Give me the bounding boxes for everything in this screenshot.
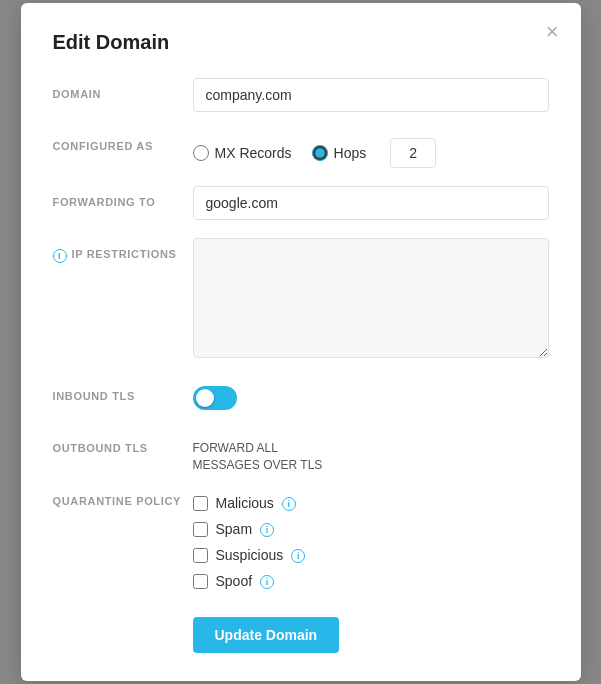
ip-restrictions-textarea[interactable] <box>193 238 549 358</box>
quarantine-policy-control: Malicious i Spam i Suspicious i Spoof i <box>193 491 549 589</box>
outbound-tls-line1: FORWARD ALL <box>193 441 278 455</box>
quarantine-malicious-info-icon[interactable]: i <box>282 497 296 511</box>
inbound-tls-toggle[interactable] <box>193 386 237 410</box>
domain-row: DOMAIN <box>53 78 549 112</box>
close-button[interactable]: × <box>546 21 559 43</box>
outbound-tls-row: OUTBOUND TLS FORWARD ALL MESSAGES OVER T… <box>53 432 549 474</box>
inbound-tls-label: INBOUND TLS <box>53 380 193 402</box>
outbound-tls-description: FORWARD ALL MESSAGES OVER TLS <box>193 432 549 474</box>
forwarding-to-field-wrapper <box>193 186 549 220</box>
radio-mx-input[interactable] <box>193 145 209 161</box>
outbound-tls-line2: MESSAGES OVER TLS <box>193 458 323 472</box>
edit-domain-modal: Edit Domain × DOMAIN CONFIGURED AS MX Re… <box>21 3 581 682</box>
radio-group: MX Records Hops <box>193 130 549 168</box>
configured-as-options: MX Records Hops <box>193 130 549 168</box>
quarantine-suspicious-checkbox[interactable] <box>193 548 208 563</box>
quarantine-spam-option[interactable]: Spam i <box>193 521 549 537</box>
radio-mx-records[interactable]: MX Records <box>193 145 292 161</box>
ip-restrictions-field-wrapper <box>193 238 549 362</box>
quarantine-malicious-option[interactable]: Malicious i <box>193 495 549 511</box>
inbound-tls-control <box>193 380 549 414</box>
toggle-slider <box>193 386 237 410</box>
quarantine-suspicious-option[interactable]: Suspicious i <box>193 547 549 563</box>
forwarding-to-input[interactable] <box>193 186 549 220</box>
quarantine-spoof-info-icon[interactable]: i <box>260 575 274 589</box>
inbound-tls-row: INBOUND TLS <box>53 380 549 414</box>
quarantine-spam-info-icon[interactable]: i <box>260 523 274 537</box>
quarantine-suspicious-info-icon[interactable]: i <box>291 549 305 563</box>
radio-hops[interactable]: Hops <box>312 145 367 161</box>
forwarding-to-label: FORWARDING TO <box>53 186 193 208</box>
button-row: Update Domain <box>193 607 549 653</box>
quarantine-spam-label: Spam <box>216 521 253 537</box>
domain-field-wrapper <box>193 78 549 112</box>
quarantine-policy-row: QUARANTINE POLICY Malicious i Spam i Sus… <box>53 491 549 589</box>
quarantine-suspicious-label: Suspicious <box>216 547 284 563</box>
modal-title: Edit Domain <box>53 31 549 54</box>
quarantine-spoof-option[interactable]: Spoof i <box>193 573 549 589</box>
quarantine-spoof-checkbox[interactable] <box>193 574 208 589</box>
domain-input[interactable] <box>193 78 549 112</box>
configured-as-row: CONFIGURED AS MX Records Hops <box>53 130 549 168</box>
ip-restrictions-row: i IP RESTRICTIONS <box>53 238 549 362</box>
radio-hops-label: Hops <box>334 145 367 161</box>
quarantine-policy-label: QUARANTINE POLICY <box>53 491 193 507</box>
radio-hops-input[interactable] <box>312 145 328 161</box>
forwarding-to-row: FORWARDING TO <box>53 186 549 220</box>
quarantine-malicious-label: Malicious <box>216 495 274 511</box>
ip-restrictions-label-group: i IP RESTRICTIONS <box>53 238 193 263</box>
quarantine-spam-checkbox[interactable] <box>193 522 208 537</box>
ip-restrictions-label: IP RESTRICTIONS <box>72 248 177 260</box>
outbound-tls-control: FORWARD ALL MESSAGES OVER TLS <box>193 432 549 474</box>
radio-mx-label: MX Records <box>215 145 292 161</box>
quarantine-checkbox-group: Malicious i Spam i Suspicious i Spoof i <box>193 491 549 589</box>
ip-restrictions-info-icon[interactable]: i <box>53 249 67 263</box>
quarantine-malicious-checkbox[interactable] <box>193 496 208 511</box>
configured-as-label: CONFIGURED AS <box>53 130 193 152</box>
quarantine-spoof-label: Spoof <box>216 573 253 589</box>
domain-label: DOMAIN <box>53 78 193 100</box>
hops-value-input[interactable] <box>390 138 436 168</box>
update-domain-button[interactable]: Update Domain <box>193 617 340 653</box>
outbound-tls-label: OUTBOUND TLS <box>53 432 193 454</box>
